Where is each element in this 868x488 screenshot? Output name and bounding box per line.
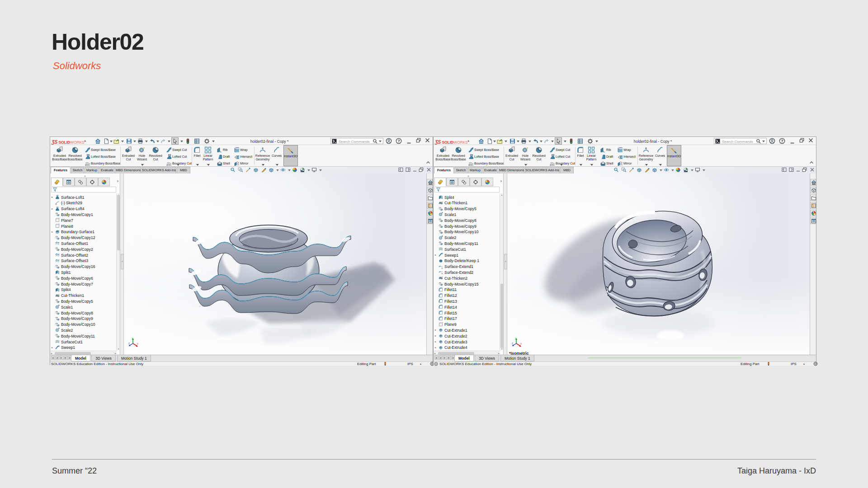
svg-text:?: ?	[781, 139, 783, 143]
svg-text:X: X	[137, 343, 138, 345]
svg-text:Z: Z	[128, 343, 130, 345]
svg-text:?: ?	[397, 139, 400, 143]
svg-text:Z: Z	[512, 343, 513, 345]
svg-text:X: X	[520, 343, 522, 345]
svg-text:Y: Y	[132, 338, 133, 340]
svg-text:Y: Y	[515, 338, 516, 340]
